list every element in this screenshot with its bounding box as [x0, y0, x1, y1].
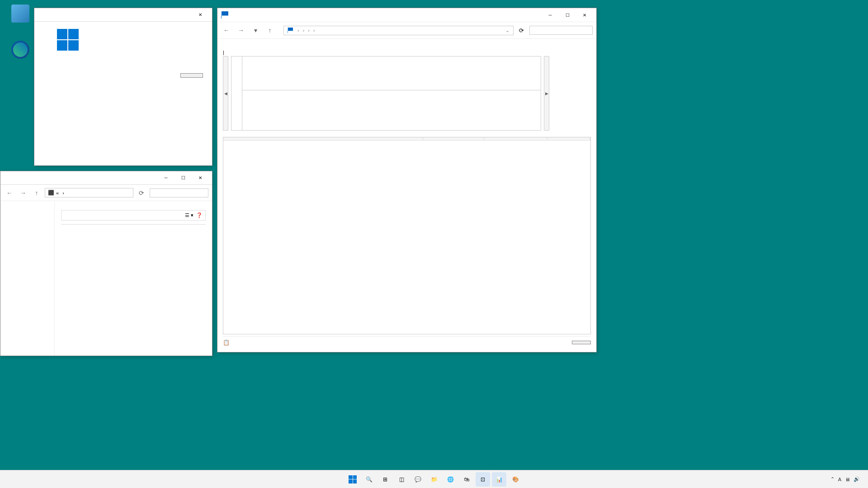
breadcrumb[interactable]: ⬛ « › [45, 188, 133, 197]
chart-legend [552, 56, 591, 131]
back-button[interactable]: ← [4, 188, 15, 198]
forward-button[interactable]: → [18, 188, 28, 198]
back-button[interactable]: ← [221, 25, 232, 36]
reliability-taskbar[interactable]: 📊 [492, 472, 506, 487]
chart-prev-button[interactable]: ◀ [223, 56, 228, 131]
taskbar: 🔍 ⊞ ◫ 💬 📁 🌐 🛍 ⊡ 📊 🎨 ⌃ A 🖥 🔊 [0, 470, 868, 488]
minimize-button[interactable]: ─ [158, 173, 174, 183]
close-button[interactable]: ✕ [576, 9, 593, 20]
view-menu-icon[interactable]: ☰ ▾ [185, 212, 193, 218]
network-icon[interactable]: 🖥 [845, 477, 850, 482]
reliability-monitor-window: ─ ☐ ✕ ← → ▾ ↑ › › › › ⌄ ⟳ | [217, 8, 597, 352]
recent-button[interactable]: ▾ [250, 25, 261, 36]
search-input[interactable] [150, 188, 208, 197]
updates-group[interactable] [61, 225, 206, 229]
explorer-button[interactable]: 📁 [427, 472, 441, 487]
volume-icon[interactable]: 🔊 [854, 476, 860, 482]
close-button[interactable]: ✕ [192, 173, 208, 183]
up-button[interactable]: ↑ [264, 25, 275, 36]
maximize-button[interactable]: ☐ [175, 173, 191, 183]
winver-window: ✕ [34, 8, 212, 166]
ok-button[interactable] [572, 341, 591, 344]
control-panel-taskbar[interactable]: ⊡ [476, 472, 490, 487]
ok-button[interactable] [180, 73, 203, 78]
start-button[interactable] [345, 472, 360, 487]
refresh-button[interactable]: ⟳ [517, 27, 526, 34]
edge-shortcut[interactable] [5, 41, 36, 61]
reliability-titlebar[interactable]: ─ ☐ ✕ [217, 8, 596, 22]
up-button[interactable]: ↑ [31, 188, 42, 198]
maximize-button[interactable]: ☐ [559, 9, 576, 20]
search-input[interactable] [529, 26, 593, 35]
winver-titlebar[interactable]: ✕ [34, 8, 212, 22]
close-button[interactable]: ✕ [192, 9, 208, 20]
edge-taskbar-button[interactable]: 🌐 [443, 472, 458, 487]
forward-button[interactable]: → [236, 25, 246, 36]
col-summary[interactable] [423, 137, 484, 140]
col-date[interactable] [484, 137, 547, 140]
help-icon[interactable]: ❓ [196, 212, 203, 218]
refresh-button[interactable]: ⟳ [136, 188, 147, 198]
chart-next-button[interactable]: ▶ [544, 56, 549, 131]
breadcrumb[interactable]: › › › › ⌄ [283, 26, 514, 35]
store-button[interactable]: 🛍 [459, 472, 474, 487]
paint-taskbar[interactable]: 🎨 [508, 472, 523, 487]
tray-chevron-icon[interactable]: ⌃ [830, 476, 835, 482]
edge-icon [11, 41, 29, 59]
flag-icon [221, 11, 228, 19]
recycle-bin-icon [11, 5, 29, 23]
recycle-bin[interactable] [5, 5, 36, 24]
save-history-icon: 📋 [223, 339, 230, 346]
updates-window: ─ ☐ ✕ ← → ↑ ⬛ « › ⟳ ☰ ▾ [0, 171, 212, 356]
reliability-chart[interactable] [231, 56, 541, 131]
minimize-button[interactable]: ─ [542, 9, 558, 20]
event-table [223, 137, 591, 334]
ime-icon[interactable]: A [838, 477, 841, 482]
search-button[interactable]: 🔍 [362, 472, 376, 487]
col-source[interactable] [223, 137, 423, 140]
updates-titlebar[interactable]: ─ ☐ ✕ [0, 171, 212, 185]
chat-button[interactable]: 💬 [410, 472, 425, 487]
col-action[interactable] [547, 137, 590, 140]
windows-logo-icon [57, 29, 79, 51]
widgets-button[interactable]: ◫ [394, 472, 409, 487]
task-view-button[interactable]: ⊞ [378, 472, 392, 487]
